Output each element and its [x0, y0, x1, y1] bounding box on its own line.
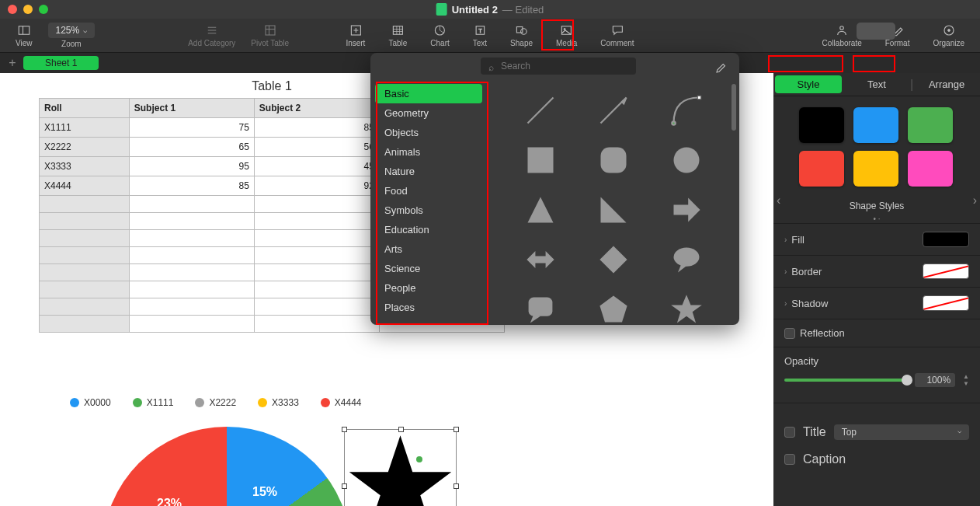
chart-legend: X0000 X1111 X2222 X3333 X4444	[70, 397, 362, 408]
right-triangle-shape[interactable]	[584, 187, 643, 233]
style-swatch[interactable]	[908, 151, 953, 187]
style-swatch[interactable]	[799, 107, 844, 143]
shape-adjust-handle[interactable]	[416, 456, 422, 462]
circle-shape[interactable]	[657, 137, 716, 183]
rounded-square-shape[interactable]	[584, 137, 643, 183]
shape-category-people[interactable]: People	[375, 278, 482, 298]
sheet-tab-1[interactable]: Sheet 1	[23, 56, 99, 70]
diamond-shape[interactable]	[584, 236, 643, 283]
shape-category-nature[interactable]: Nature	[375, 162, 482, 181]
border-swatch[interactable]	[923, 263, 969, 279]
line-shape[interactable]	[511, 87, 570, 134]
insert-button[interactable]: Insert	[346, 23, 365, 47]
shape-category-objects[interactable]: Objects	[375, 123, 482, 142]
shape-category-animals[interactable]: Animals	[375, 142, 482, 162]
shape-category-arts[interactable]: Arts	[375, 239, 482, 259]
opacity-value[interactable]: 100%	[915, 373, 955, 387]
slider-knob[interactable]	[902, 375, 912, 386]
svg-rect-11	[393, 26, 402, 35]
svg-marker-40	[526, 251, 554, 268]
curve-shape[interactable]	[657, 87, 716, 134]
prev-styles-icon[interactable]: ‹	[777, 194, 780, 208]
triangle-shape[interactable]	[511, 187, 570, 233]
stepper-up[interactable]: ▲	[963, 373, 969, 380]
svg-point-22	[521, 29, 527, 35]
shape-category-education[interactable]: Education	[375, 220, 482, 239]
double-arrow-shape[interactable]	[511, 236, 570, 283]
opacity-slider[interactable]	[784, 379, 907, 382]
shadow-row[interactable]: ›Shadow	[773, 287, 980, 319]
shape-category-science[interactable]: Science	[375, 259, 482, 278]
arrow-shape[interactable]	[657, 187, 716, 233]
close-window[interactable]	[8, 5, 17, 14]
shape-search-input[interactable]	[481, 58, 636, 75]
resize-handle[interactable]	[398, 427, 404, 432]
svg-line-30	[600, 100, 624, 124]
media-button[interactable]: Media	[556, 23, 577, 47]
svg-marker-41	[599, 246, 627, 273]
page-dots: • ·	[773, 215, 980, 223]
add-category-button[interactable]: Add Category	[188, 23, 235, 47]
text-button[interactable]: TText	[473, 23, 487, 47]
resize-handle[interactable]	[342, 483, 347, 489]
style-tab[interactable]: Style	[775, 75, 842, 93]
fill-swatch[interactable]	[923, 232, 969, 247]
caption-checkbox[interactable]	[784, 454, 795, 465]
comment-button[interactable]: Comment	[600, 23, 634, 47]
shadow-swatch[interactable]	[923, 295, 969, 311]
border-row[interactable]: ›Border	[773, 255, 980, 287]
pentagon-shape[interactable]	[584, 286, 643, 325]
zoom-button[interactable]: 125%⌵ Zoom	[48, 23, 96, 48]
shape-category-food[interactable]: Food	[375, 181, 482, 201]
chart-button[interactable]: Chart	[430, 23, 449, 47]
style-swatch[interactable]	[799, 151, 844, 187]
shape-category-activities[interactable]: Activities	[375, 317, 482, 325]
draw-tool-icon[interactable]	[714, 61, 728, 78]
speech-bubble-shape[interactable]	[657, 236, 716, 283]
shape-button[interactable]: Shape	[510, 23, 533, 47]
shape-category-basic[interactable]: Basic	[375, 84, 482, 103]
svg-point-27	[947, 30, 950, 32]
shape-category-places[interactable]: Places	[375, 298, 482, 317]
view-button[interactable]: View	[16, 23, 33, 47]
fill-row[interactable]: ›Fill	[773, 223, 980, 255]
legend-item: X3333	[258, 397, 299, 408]
table-button[interactable]: Table	[388, 23, 407, 47]
reflection-checkbox[interactable]	[784, 328, 795, 339]
fullscreen-window[interactable]	[39, 5, 48, 14]
svg-rect-5	[266, 26, 275, 35]
shape-category-symbols[interactable]: Symbols	[375, 201, 482, 220]
selected-star-shape[interactable]	[344, 429, 457, 506]
add-sheet-button[interactable]: +	[5, 56, 20, 70]
svg-marker-38	[600, 197, 626, 223]
stepper-down[interactable]: ▼	[963, 380, 969, 387]
resize-handle[interactable]	[454, 427, 459, 432]
callout-shape[interactable]	[511, 286, 570, 325]
minimize-window[interactable]	[23, 5, 33, 14]
next-styles-icon[interactable]: ›	[973, 194, 977, 208]
style-swatch[interactable]	[853, 107, 898, 143]
arrange-tab[interactable]: Arrange	[913, 75, 980, 93]
popup-scrollbar[interactable]	[732, 84, 736, 131]
resize-handle[interactable]	[454, 483, 459, 489]
style-swatch[interactable]	[908, 107, 953, 143]
shape-category-list: BasicGeometryObjectsAnimalsNatureFoodSym…	[370, 79, 487, 325]
arrow-line-shape[interactable]	[584, 87, 643, 134]
organize-button[interactable]: Organize	[933, 23, 964, 47]
pie-chart[interactable]: 15% 20% 23%	[103, 427, 351, 506]
shape-category-geometry[interactable]: Geometry	[375, 103, 482, 123]
text-tab[interactable]: Text	[843, 75, 910, 93]
svg-rect-35	[600, 148, 626, 173]
title-position-select[interactable]: Top⌵	[834, 424, 969, 440]
pivot-table-button[interactable]: Pivot Table	[251, 23, 289, 47]
square-shape[interactable]	[511, 137, 570, 183]
shape-popup: ⌕ BasicGeometryObjectsAnimalsNatureFoodS…	[370, 53, 739, 325]
style-swatch[interactable]	[853, 151, 898, 187]
resize-handle[interactable]	[342, 427, 347, 432]
svg-rect-33	[697, 96, 700, 99]
title-checkbox[interactable]	[784, 427, 795, 438]
star-shape[interactable]	[657, 286, 716, 325]
svg-line-18	[440, 30, 444, 33]
shape-style-swatches	[773, 96, 980, 197]
shape-grid	[487, 79, 739, 325]
